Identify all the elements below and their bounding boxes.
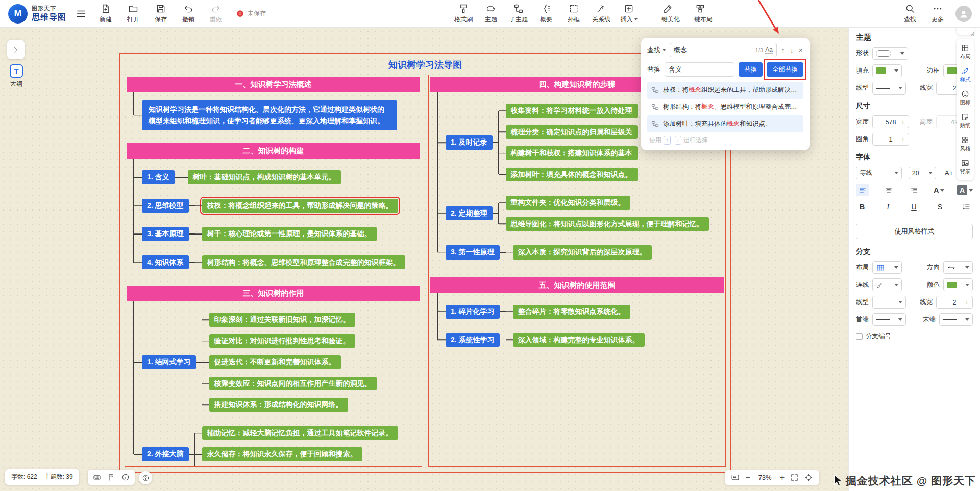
insert-button[interactable]: 插入 (619, 4, 639, 24)
width-stepper[interactable]: −578+ (872, 115, 909, 128)
topic-node[interactable]: 搭建知识体系：形成结构化的知识网络。 (209, 398, 348, 412)
map-column-left[interactable]: 一、知识树学习法概述 知识树学习法是一种将知识结构化、层次化的方法，它通过构建类… (125, 75, 422, 467)
topic-node[interactable]: 2. 系统性学习 (446, 333, 500, 347)
replace-input[interactable] (669, 66, 730, 74)
checkbox-icon[interactable] (856, 333, 863, 340)
rail-item-style[interactable]: 样式 (960, 67, 971, 83)
line-type-select[interactable] (872, 82, 906, 95)
fill-color-select[interactable] (872, 64, 902, 77)
italic-button[interactable]: I (882, 202, 894, 213)
section-header[interactable]: 三、知识树的作用 (127, 286, 420, 301)
topic-node[interactable]: 1. 及时记录 (446, 135, 493, 150)
branch-layout-select[interactable] (872, 261, 902, 274)
underline-button[interactable]: U (908, 202, 920, 212)
topic-node[interactable]: 收集资料：将学习材料统一放入待处理 (506, 104, 638, 118)
font-size-select[interactable]: 20 (909, 167, 936, 179)
rail-item-background[interactable]: 背景 (960, 159, 971, 175)
topic-node[interactable]: 树形结构：将概念、思维模型和原理整合成完整的知识框架。 (202, 255, 405, 270)
redo-button[interactable]: 重做 (206, 4, 226, 24)
rail-item-icons[interactable]: 图标 (960, 90, 971, 106)
topic-node[interactable]: 2. 定期整理 (446, 206, 493, 221)
search-result-item[interactable]: 树形结构：将概念、思维模型和原理整合成完整的... (647, 99, 803, 115)
strikethrough-button[interactable]: S (934, 202, 946, 212)
rail-item-sticker[interactable]: 贴纸 (960, 113, 971, 129)
topic-node[interactable]: 2. 外接大脑 (142, 447, 189, 461)
open-button[interactable]: 打开 (124, 4, 143, 24)
match-case-toggle[interactable]: Aa (765, 46, 773, 54)
topic-node[interactable]: 重构文件夹：优化知识分类和层级。 (506, 196, 630, 210)
radius-stepper[interactable]: −1+ (872, 133, 909, 146)
more-button[interactable]: 更多 (928, 4, 947, 24)
topic-node[interactable]: 树干：核心理论或第一性原理，是知识体系的基础。 (202, 227, 377, 241)
search-result-item[interactable]: 枝杈：将概念组织起来的工具，帮助形成解决问题... (647, 82, 803, 99)
mindmap-outer-frame[interactable]: 知识树学习法导图 一、知识树学习法概述 知识树学习法是一种将知识结构化、层次化的… (119, 53, 731, 473)
topic-node[interactable]: 树叶：基础知识点，构成知识树的基本单元。 (188, 170, 341, 184)
replace-button[interactable]: 替换 (739, 62, 763, 77)
user-avatar[interactable] (955, 6, 972, 22)
topic-node[interactable]: 核聚变效应：知识点间的相互作用产生新的洞见。 (209, 377, 377, 391)
relation-line-button[interactable]: 关系线 (592, 4, 611, 24)
topic-node[interactable]: 深入领域：构建完整的专业知识体系。 (513, 333, 645, 347)
topic-node[interactable]: 4. 知识体系 (142, 255, 189, 270)
zoom-out-button[interactable]: − (745, 474, 750, 482)
topic-node[interactable]: 构建树干和枝杈：搭建知识体系的基本 (506, 146, 638, 160)
topic-node[interactable]: 辅助记忆：减轻大脑记忆负担，通过工具如笔记软件记录。 (202, 426, 398, 440)
font-color-button[interactable]: A (934, 186, 944, 194)
branch-line-type-select[interactable] (872, 296, 906, 309)
font-family-select[interactable]: 等线 (856, 167, 902, 179)
zoom-level[interactable]: 73% (756, 474, 774, 481)
topic-node[interactable]: 1. 含义 (142, 170, 175, 184)
section-header[interactable]: 一、知识树学习法概述 (127, 77, 420, 92)
branch-color-select[interactable] (943, 278, 973, 291)
find-input[interactable] (674, 46, 753, 54)
main-menu-icon[interactable] (76, 8, 87, 19)
subtopic-button[interactable]: 子主题 (509, 4, 528, 24)
topic-node[interactable]: 3. 第一性原理 (446, 245, 500, 260)
replace-all-button[interactable]: 全部替换 (767, 62, 803, 77)
find-mode-toggle[interactable]: 查找 (647, 45, 666, 55)
help-button[interactable] (139, 471, 152, 484)
flag-icon[interactable] (107, 473, 115, 481)
app-logo[interactable]: M 图形天下 思维导图 (8, 4, 66, 24)
search-button[interactable]: 查找 (900, 4, 920, 24)
topic-node[interactable]: 2. 思维模型 (142, 199, 189, 213)
use-style-button[interactable]: 使用风格样式 (856, 224, 973, 239)
rail-item-layout[interactable]: 布局 (960, 44, 971, 60)
autolayout-button[interactable]: 一键布局 (688, 4, 713, 24)
topic-node[interactable]: 1. 结网式学习 (142, 355, 196, 369)
topic-node[interactable]: 3. 基本原理 (142, 227, 189, 241)
topic-node[interactable]: 梳理分类：确定知识点的归属和层级关 (506, 125, 638, 139)
search-result-item[interactable]: 添加树叶：填充具体的概念和知识点。 (647, 115, 803, 132)
beautify-button[interactable]: 一键美化 (655, 4, 680, 24)
locate-center-icon[interactable] (804, 473, 813, 482)
line-spacing-button[interactable] (960, 201, 973, 213)
bold-button[interactable]: B (856, 202, 868, 212)
topic-node[interactable]: 验证对比：对知识进行批判性思考和验证。 (209, 334, 355, 348)
selected-topic-node[interactable]: 枝杈：将概念组织起来的工具，帮助形成解决问题的策略。 (202, 199, 398, 213)
align-right-button[interactable] (908, 184, 921, 196)
align-center-button[interactable] (882, 184, 895, 196)
topic-node[interactable]: 印象深刻：通过关联新旧知识，加深记忆。 (209, 313, 355, 327)
line-start-select[interactable] (872, 313, 906, 326)
shape-select[interactable] (872, 47, 908, 60)
topic-node[interactable]: 深入本质：探究知识背后的深层次原理。 (513, 245, 652, 260)
shortcut-keyboard-icon[interactable] (93, 473, 101, 481)
fit-screen-icon[interactable] (790, 473, 799, 482)
zoom-in-button[interactable]: + (780, 474, 785, 482)
topic-node[interactable]: 知识树学习法是一种将知识结构化、层次化的方法，它通过构建类似树状的模型来组织和梳… (142, 100, 397, 130)
topic-node[interactable]: 1. 碎片化学习 (446, 305, 500, 319)
map-title[interactable]: 知识树学习法导图 (125, 56, 726, 75)
outline-button[interactable]: T 大纲 (6, 64, 27, 88)
section-header[interactable]: 二、知识树的构建 (127, 143, 420, 159)
summary-button[interactable]: 概要 (536, 4, 556, 24)
undo-button[interactable]: 撤销 (179, 4, 198, 24)
new-button[interactable]: 新建 (96, 4, 115, 24)
topic-node[interactable]: 永久储存：将知识永久保存，便于回顾和搜索。 (202, 447, 362, 461)
outer-frame-button[interactable]: 外框 (564, 4, 583, 24)
format-painter-button[interactable]: 格式刷 (454, 4, 473, 24)
font-increase-button[interactable]: A+ (943, 168, 955, 178)
highlight-color-button[interactable]: A (957, 185, 973, 195)
info-icon[interactable] (121, 473, 130, 481)
topic-node[interactable]: 整合碎片：将零散知识点系统化。 (513, 305, 630, 319)
topic-node[interactable]: 思维导图化：将知识点以图形化方式展现，便于理解和记忆。 (506, 217, 709, 231)
